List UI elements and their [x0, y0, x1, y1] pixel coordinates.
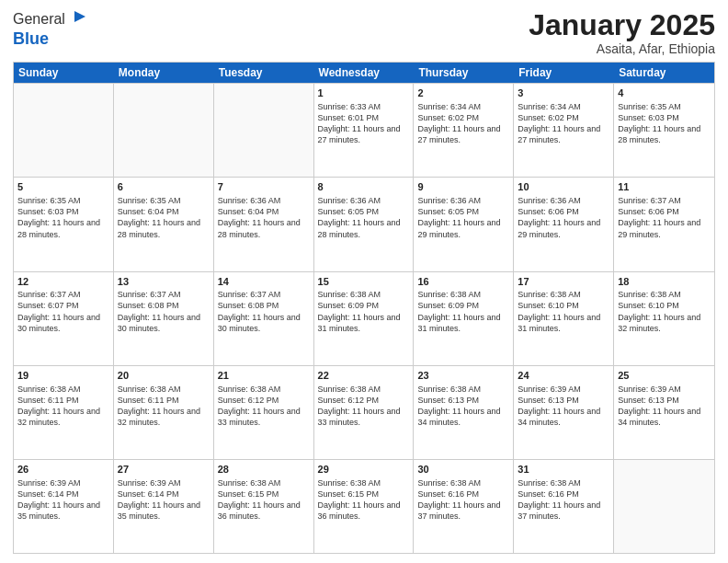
- svg-marker-0: [74, 11, 85, 22]
- header-monday: Monday: [114, 63, 214, 83]
- day-number-22: 22: [318, 369, 410, 383]
- day-info-28: Sunrise: 6:38 AMSunset: 6:15 PMDaylight:…: [218, 477, 310, 523]
- calendar-header: Sunday Monday Tuesday Wednesday Thursday…: [14, 63, 714, 83]
- empty-cell-4-6: [614, 460, 714, 553]
- day-13: 13Sunrise: 6:37 AMSunset: 6:08 PMDayligh…: [114, 272, 214, 365]
- header-saturday: Saturday: [614, 63, 714, 83]
- day-number-3: 3: [518, 86, 609, 100]
- day-22: 22Sunrise: 6:38 AMSunset: 6:12 PMDayligh…: [314, 366, 415, 459]
- day-19: 19Sunrise: 6:38 AMSunset: 6:11 PMDayligh…: [14, 366, 114, 459]
- day-number-26: 26: [17, 463, 109, 477]
- day-info-27: Sunrise: 6:39 AMSunset: 6:14 PMDaylight:…: [118, 477, 210, 523]
- day-number-17: 17: [518, 275, 609, 289]
- day-info-29: Sunrise: 6:38 AMSunset: 6:15 PMDaylight:…: [318, 477, 410, 523]
- day-number-29: 29: [318, 463, 410, 477]
- day-number-12: 12: [17, 275, 109, 289]
- day-number-14: 14: [218, 275, 310, 289]
- day-11: 11Sunrise: 6:37 AMSunset: 6:06 PMDayligh…: [614, 178, 714, 270]
- day-info-26: Sunrise: 6:39 AMSunset: 6:14 PMDaylight:…: [17, 477, 109, 523]
- day-info-10: Sunrise: 6:36 AMSunset: 6:06 PMDaylight:…: [518, 195, 609, 240]
- day-info-9: Sunrise: 6:36 AMSunset: 6:05 PMDaylight:…: [417, 195, 509, 240]
- day-number-10: 10: [518, 180, 609, 194]
- day-info-12: Sunrise: 6:37 AMSunset: 6:07 PMDaylight:…: [17, 289, 109, 334]
- day-info-16: Sunrise: 6:38 AMSunset: 6:09 PMDaylight:…: [417, 289, 509, 334]
- location: Asaita, Afar, Ethiopia: [529, 41, 715, 56]
- day-number-9: 9: [417, 180, 509, 194]
- logo: General Blue: [13, 9, 87, 49]
- day-21: 21Sunrise: 6:38 AMSunset: 6:12 PMDayligh…: [214, 366, 314, 459]
- day-number-23: 23: [417, 369, 509, 383]
- day-25: 25Sunrise: 6:39 AMSunset: 6:13 PMDayligh…: [614, 366, 714, 459]
- day-3: 3Sunrise: 6:34 AMSunset: 6:02 PMDaylight…: [514, 84, 614, 177]
- day-7: 7Sunrise: 6:36 AMSunset: 6:04 PMDaylight…: [214, 178, 314, 270]
- day-15: 15Sunrise: 6:38 AMSunset: 6:09 PMDayligh…: [314, 272, 415, 365]
- day-info-17: Sunrise: 6:38 AMSunset: 6:10 PMDaylight:…: [518, 289, 609, 334]
- day-number-30: 30: [417, 463, 509, 477]
- week-row-4: 19Sunrise: 6:38 AMSunset: 6:11 PMDayligh…: [14, 365, 714, 459]
- day-17: 17Sunrise: 6:38 AMSunset: 6:10 PMDayligh…: [514, 272, 614, 365]
- day-number-27: 27: [118, 463, 210, 477]
- day-31: 31Sunrise: 6:38 AMSunset: 6:16 PMDayligh…: [514, 460, 614, 553]
- header-wednesday: Wednesday: [314, 63, 415, 83]
- week-row-5: 26Sunrise: 6:39 AMSunset: 6:14 PMDayligh…: [14, 459, 714, 553]
- day-info-1: Sunrise: 6:33 AMSunset: 6:01 PMDaylight:…: [318, 101, 410, 146]
- day-number-24: 24: [518, 369, 609, 383]
- day-info-19: Sunrise: 6:38 AMSunset: 6:11 PMDaylight:…: [17, 384, 109, 429]
- day-info-11: Sunrise: 6:37 AMSunset: 6:06 PMDaylight:…: [618, 195, 711, 240]
- day-number-13: 13: [118, 275, 210, 289]
- header-tuesday: Tuesday: [214, 63, 314, 83]
- day-info-23: Sunrise: 6:38 AMSunset: 6:13 PMDaylight:…: [417, 384, 509, 429]
- empty-cell-0-1: [114, 84, 214, 177]
- day-6: 6Sunrise: 6:35 AMSunset: 6:04 PMDaylight…: [114, 178, 214, 270]
- day-26: 26Sunrise: 6:39 AMSunset: 6:14 PMDayligh…: [14, 460, 114, 553]
- day-info-5: Sunrise: 6:35 AMSunset: 6:03 PMDaylight:…: [17, 195, 109, 240]
- day-info-20: Sunrise: 6:38 AMSunset: 6:11 PMDaylight:…: [118, 384, 210, 429]
- day-number-7: 7: [218, 180, 310, 194]
- day-info-7: Sunrise: 6:36 AMSunset: 6:04 PMDaylight:…: [218, 195, 310, 240]
- week-row-2: 5Sunrise: 6:35 AMSunset: 6:03 PMDaylight…: [14, 177, 714, 270]
- header: General Blue January 2025 Asaita, Afar, …: [13, 9, 715, 56]
- day-number-15: 15: [318, 275, 410, 289]
- day-2: 2Sunrise: 6:34 AMSunset: 6:02 PMDaylight…: [414, 84, 514, 177]
- day-number-1: 1: [318, 86, 410, 100]
- day-info-3: Sunrise: 6:34 AMSunset: 6:02 PMDaylight:…: [518, 101, 609, 146]
- day-number-25: 25: [618, 369, 711, 383]
- day-4: 4Sunrise: 6:35 AMSunset: 6:03 PMDaylight…: [614, 84, 714, 177]
- day-1: 1Sunrise: 6:33 AMSunset: 6:01 PMDaylight…: [314, 84, 415, 177]
- day-number-16: 16: [417, 275, 509, 289]
- day-info-25: Sunrise: 6:39 AMSunset: 6:13 PMDaylight:…: [618, 384, 711, 429]
- month-title: January 2025: [529, 9, 715, 41]
- header-thursday: Thursday: [414, 63, 514, 83]
- day-info-4: Sunrise: 6:35 AMSunset: 6:03 PMDaylight:…: [618, 101, 711, 146]
- day-info-30: Sunrise: 6:38 AMSunset: 6:16 PMDaylight:…: [417, 477, 509, 523]
- day-number-21: 21: [218, 369, 310, 383]
- day-number-19: 19: [17, 369, 109, 383]
- day-number-2: 2: [417, 86, 509, 100]
- day-24: 24Sunrise: 6:39 AMSunset: 6:13 PMDayligh…: [514, 366, 614, 459]
- title-block: January 2025 Asaita, Afar, Ethiopia: [529, 9, 715, 56]
- day-number-11: 11: [618, 180, 711, 194]
- day-9: 9Sunrise: 6:36 AMSunset: 6:05 PMDaylight…: [414, 178, 514, 270]
- day-info-21: Sunrise: 6:38 AMSunset: 6:12 PMDaylight:…: [218, 384, 310, 429]
- week-row-1: 1Sunrise: 6:33 AMSunset: 6:01 PMDaylight…: [14, 83, 714, 177]
- day-8: 8Sunrise: 6:36 AMSunset: 6:05 PMDaylight…: [314, 178, 415, 270]
- week-row-3: 12Sunrise: 6:37 AMSunset: 6:07 PMDayligh…: [14, 271, 714, 365]
- day-29: 29Sunrise: 6:38 AMSunset: 6:15 PMDayligh…: [314, 460, 415, 553]
- day-14: 14Sunrise: 6:37 AMSunset: 6:08 PMDayligh…: [214, 272, 314, 365]
- day-info-2: Sunrise: 6:34 AMSunset: 6:02 PMDaylight:…: [417, 101, 509, 146]
- day-info-8: Sunrise: 6:36 AMSunset: 6:05 PMDaylight:…: [318, 195, 410, 240]
- day-27: 27Sunrise: 6:39 AMSunset: 6:14 PMDayligh…: [114, 460, 214, 553]
- calendar-body: 1Sunrise: 6:33 AMSunset: 6:01 PMDaylight…: [14, 83, 714, 553]
- day-30: 30Sunrise: 6:38 AMSunset: 6:16 PMDayligh…: [414, 460, 514, 553]
- day-info-22: Sunrise: 6:38 AMSunset: 6:12 PMDaylight:…: [318, 384, 410, 429]
- day-info-14: Sunrise: 6:37 AMSunset: 6:08 PMDaylight:…: [218, 289, 310, 334]
- day-28: 28Sunrise: 6:38 AMSunset: 6:15 PMDayligh…: [214, 460, 314, 553]
- header-sunday: Sunday: [14, 63, 114, 83]
- day-info-18: Sunrise: 6:38 AMSunset: 6:10 PMDaylight:…: [618, 289, 711, 334]
- day-12: 12Sunrise: 6:37 AMSunset: 6:07 PMDayligh…: [14, 272, 114, 365]
- day-number-28: 28: [218, 463, 310, 477]
- day-number-6: 6: [118, 180, 210, 194]
- day-16: 16Sunrise: 6:38 AMSunset: 6:09 PMDayligh…: [414, 272, 514, 365]
- day-info-6: Sunrise: 6:35 AMSunset: 6:04 PMDaylight:…: [118, 195, 210, 240]
- day-20: 20Sunrise: 6:38 AMSunset: 6:11 PMDayligh…: [114, 366, 214, 459]
